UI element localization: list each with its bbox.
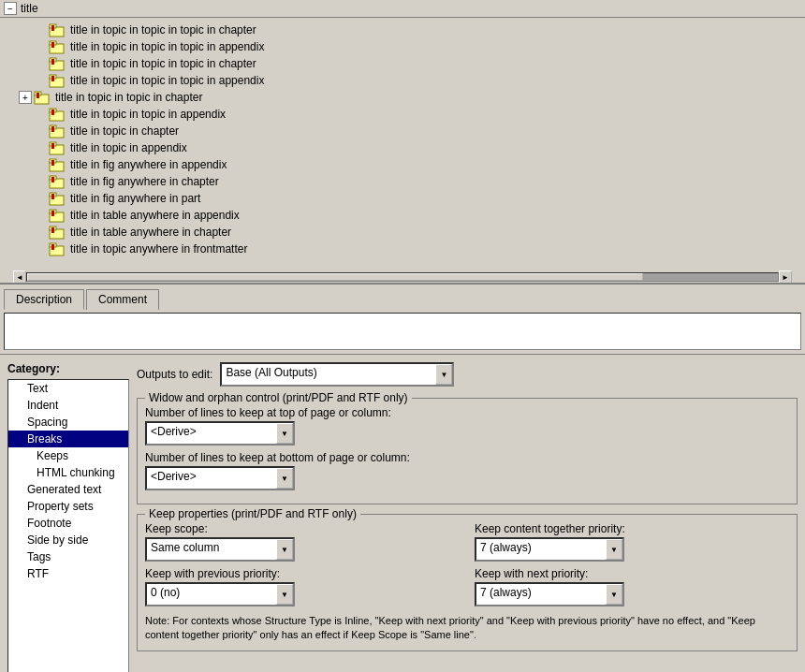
- category-item-tags[interactable]: Tags: [8, 548, 128, 565]
- list-item[interactable]: title in table anywhere in appendix: [0, 207, 805, 224]
- list-item[interactable]: title in fig anywhere in chapter: [0, 173, 805, 190]
- list-item[interactable]: title in table anywhere in chapter: [0, 224, 805, 241]
- widow-orphan-section: Widow and orphan control (print/PDF and …: [137, 398, 798, 504]
- keep-content-dropdown[interactable]: 7 (always) ▼: [475, 537, 624, 562]
- keep-content-col: Keep content together priority: 7 (alway…: [475, 522, 789, 562]
- keep-scope-dropdown[interactable]: Same column ▼: [145, 537, 295, 562]
- list-item[interactable]: title in fig anywhere in part: [0, 190, 805, 207]
- expand-placeholder: [34, 158, 47, 171]
- tree-item-label: title in topic anywhere in frontmatter: [70, 242, 247, 256]
- title-expand-button[interactable]: −: [4, 2, 17, 15]
- tree-panel: title in topic in topic in topic in chap…: [0, 18, 805, 285]
- keep-scope-content-row: Keep scope: Same column ▼ Keep content t…: [145, 522, 789, 562]
- node-icon: [49, 107, 67, 122]
- tree-item-label: title in fig anywhere in appendix: [70, 158, 227, 171]
- keep-prev-col: Keep with previous priority: 0 (no) ▼: [145, 567, 460, 606]
- keep-next-dropdown-btn[interactable]: ▼: [606, 584, 622, 605]
- tab-panel: Description Comment: [0, 285, 805, 355]
- category-item-indent[interactable]: Indent: [8, 397, 128, 414]
- category-item-rtf[interactable]: RTF: [8, 565, 128, 582]
- expand-placeholder: [34, 108, 47, 121]
- top-lines-dropdown-btn[interactable]: ▼: [276, 423, 293, 444]
- outputs-dropdown[interactable]: Base (All Outputs) ▼: [220, 362, 454, 387]
- horizontal-scrollbar[interactable]: ◄ ►: [0, 270, 805, 284]
- keep-prev-next-row: Keep with previous priority: 0 (no) ▼ Ke…: [145, 567, 789, 606]
- top-lines-dropdown[interactable]: <Derive> ▼: [145, 421, 295, 446]
- svg-rect-5: [51, 42, 54, 48]
- category-item-spacing[interactable]: Spacing: [8, 414, 128, 431]
- keep-content-value: 7 (always): [476, 539, 606, 560]
- tree-item-label: title in fig anywhere in part: [70, 192, 200, 205]
- scroll-right-button[interactable]: ►: [779, 270, 792, 284]
- tab-comment[interactable]: Comment: [86, 289, 159, 310]
- tab-description[interactable]: Description: [4, 289, 84, 310]
- list-item[interactable]: title in topic in topic in topic in chap…: [0, 22, 805, 38]
- list-item[interactable]: title in topic in topic in topic in chap…: [0, 55, 805, 72]
- keep-scope-col: Keep scope: Same column ▼: [145, 522, 460, 562]
- node-icon: [49, 241, 67, 256]
- tree-item-label: title in topic in topic in topic in appe…: [70, 74, 264, 87]
- keep-prev-label: Keep with previous priority:: [145, 567, 460, 580]
- category-item-property-sets[interactable]: Property sets: [8, 498, 128, 515]
- scroll-thumb[interactable]: [27, 273, 643, 281]
- outputs-label: Outputs to edit:: [137, 368, 212, 381]
- bottom-lines-value: <Derive>: [147, 468, 276, 489]
- category-item-generated-text[interactable]: Generated text: [8, 481, 128, 498]
- tree-container[interactable]: title in topic in topic in topic in chap…: [0, 18, 805, 270]
- category-item-side-by-side[interactable]: Side by side: [8, 532, 128, 548]
- top-lines-row: Number of lines to keep at top of page o…: [145, 406, 789, 446]
- keep-scope-label: Keep scope:: [145, 522, 460, 535]
- category-item-text[interactable]: Text: [8, 380, 128, 397]
- list-item[interactable]: title in topic in topic in appendix: [0, 106, 805, 123]
- category-item-html-chunking[interactable]: HTML chunking: [8, 464, 128, 481]
- svg-rect-17: [51, 110, 54, 115]
- category-item-breaks[interactable]: Breaks: [8, 431, 128, 447]
- svg-rect-38: [51, 227, 54, 233]
- svg-rect-14: [37, 93, 39, 98]
- outputs-row: Outputs to edit: Base (All Outputs) ▼: [137, 362, 798, 387]
- node-icon: [49, 73, 67, 88]
- expand-placeholder: [34, 192, 47, 205]
- expand-placeholder: [34, 57, 47, 70]
- keep-content-dropdown-btn[interactable]: ▼: [606, 539, 622, 560]
- tree-expand-button[interactable]: +: [19, 91, 32, 104]
- svg-rect-26: [51, 160, 54, 166]
- scroll-left-button[interactable]: ◄: [13, 270, 26, 284]
- tree-item-label: title in fig anywhere in chapter: [70, 175, 219, 188]
- scroll-track[interactable]: [26, 272, 779, 282]
- keep-next-dropdown[interactable]: 7 (always) ▼: [475, 582, 624, 606]
- keep-next-col: Keep with next priority: 7 (always) ▼: [475, 567, 789, 606]
- category-list[interactable]: Text Indent Spacing Breaks Keeps HTML ch…: [7, 379, 129, 672]
- list-item[interactable]: title in topic in appendix: [0, 139, 805, 156]
- tree-item-label: title in topic in topic in topic in chap…: [70, 23, 256, 37]
- outputs-dropdown-btn[interactable]: ▼: [435, 364, 452, 385]
- list-item[interactable]: title in topic in chapter: [0, 123, 805, 139]
- bottom-lines-row: Number of lines to keep at bottom of pag…: [145, 451, 789, 490]
- top-lines-label: Number of lines to keep at top of page o…: [145, 406, 789, 419]
- node-icon: [49, 22, 67, 37]
- bottom-lines-dropdown[interactable]: <Derive> ▼: [145, 466, 295, 490]
- keep-scope-dropdown-btn[interactable]: ▼: [276, 539, 293, 560]
- description-content: [4, 313, 801, 350]
- tree-item-label: title in topic in topic in appendix: [70, 108, 226, 121]
- tree-item-label: title in table anywhere in chapter: [70, 226, 231, 239]
- category-panel: Category: Text Indent Spacing Breaks Kee…: [7, 362, 129, 672]
- category-item-keeps[interactable]: Keeps: [8, 447, 128, 464]
- node-icon: [49, 140, 67, 155]
- list-item[interactable]: title in topic anywhere in frontmatter: [0, 241, 805, 257]
- keep-prev-dropdown[interactable]: 0 (no) ▼: [145, 582, 295, 606]
- title-bar: − title: [0, 0, 805, 18]
- expand-placeholder: [34, 209, 47, 222]
- node-icon: [34, 90, 52, 105]
- category-item-footnote[interactable]: Footnote: [8, 515, 128, 532]
- tabs: Description Comment: [0, 285, 805, 309]
- tree-item-label: title in topic in topic in chapter: [55, 91, 202, 104]
- bottom-lines-dropdown-btn[interactable]: ▼: [276, 468, 293, 489]
- list-item[interactable]: title in topic in topic in topic in appe…: [0, 38, 805, 55]
- list-item[interactable]: title in fig anywhere in appendix: [0, 156, 805, 173]
- list-item[interactable]: + title in topic in topic in chapter: [0, 89, 805, 106]
- category-label: Category:: [7, 362, 129, 375]
- title-label: title: [21, 2, 38, 15]
- list-item[interactable]: title in topic in topic in topic in appe…: [0, 72, 805, 89]
- keep-prev-dropdown-btn[interactable]: ▼: [276, 584, 293, 605]
